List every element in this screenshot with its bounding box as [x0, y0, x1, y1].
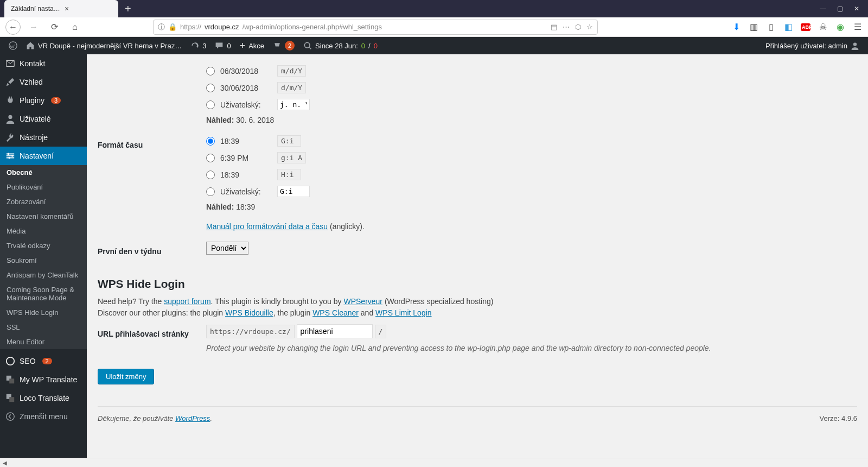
svg-point-8	[11, 155, 14, 157]
week-start-heading: První den v týdnu	[98, 236, 206, 267]
ext4-icon[interactable]: ◉	[835, 22, 845, 32]
updates[interactable]: 3	[186, 37, 210, 54]
scroll-left-icon[interactable]: ◀	[0, 458, 9, 468]
login-url-suffix: /	[375, 325, 387, 338]
stats[interactable]: Since 28 Jun: 0 / 0	[299, 37, 382, 54]
new-content[interactable]: +Akce	[235, 37, 269, 54]
sidebar-item-nastaven-[interactable]: Nastavení	[0, 147, 87, 165]
datetime-manual-link[interactable]: Manuál pro formátování data a času	[206, 222, 328, 231]
sidebar-item-kontakt[interactable]: Kontakt	[0, 54, 87, 73]
date-custom-input[interactable]	[277, 99, 310, 110]
ext1-icon[interactable]: ◧	[783, 22, 793, 32]
sidebar-item-pluginy[interactable]: Pluginy3	[0, 91, 87, 110]
time-format-option[interactable]: 6:39 PMg:i A	[206, 152, 857, 163]
submenu-item[interactable]: Antispam by CleanTalk	[0, 268, 87, 282]
back-button[interactable]: ←	[5, 20, 21, 35]
horizontal-scrollbar[interactable]: ◀	[0, 458, 868, 467]
close-icon[interactable]: ×	[65, 4, 114, 13]
home-button[interactable]: ⌂	[67, 20, 82, 35]
login-url-heading: URL přihlašovací stránky	[98, 319, 206, 358]
star-icon[interactable]: ☆	[586, 23, 593, 31]
collapse-menu[interactable]: Zmenšit menu	[0, 407, 87, 426]
sidebar-item-loco-translate[interactable]: Loco Translate	[0, 389, 87, 407]
wps-heading: WPS Hide Login	[98, 277, 857, 291]
version: Verze: 4.9.6	[820, 414, 857, 422]
reload-button[interactable]: ⟳	[47, 20, 62, 35]
login-url-desc: Protect your website by changing the log…	[206, 344, 857, 352]
sidebar-item-my-wp-translate[interactable]: My WP Translate	[0, 370, 87, 389]
sidebar-item-u-ivatel-[interactable]: Uživatelé	[0, 110, 87, 128]
submenu-item[interactable]: Zobrazování	[0, 194, 87, 209]
submenu-item[interactable]: Coming Soon Page & Maintenance Mode	[0, 282, 87, 305]
sidebar-item-n-stroje[interactable]: Nástroje	[0, 128, 87, 147]
ext3-icon[interactable]: ☠	[818, 22, 828, 32]
save-button[interactable]: Uložit změny	[98, 369, 154, 384]
sidebar-icon[interactable]: ▯	[766, 22, 776, 32]
svg-point-7	[8, 153, 10, 155]
wps-limit-login-link[interactable]: WPS Limit Login	[375, 308, 431, 317]
wp-content: 06/30/2018m/d/Y30/06/2018d/m/Y Uživatels…	[87, 54, 868, 467]
lock-icon: 🔒	[168, 23, 177, 31]
wp-logo[interactable]	[4, 37, 22, 54]
sidebar-item-seo[interactable]: SEO2	[0, 352, 87, 370]
submenu-item[interactable]: Nastavení komentářů	[0, 209, 87, 224]
info-icon[interactable]: ⓘ	[158, 22, 165, 32]
download-icon[interactable]: ⬇	[731, 22, 741, 32]
svg-rect-14	[9, 397, 14, 402]
reader-icon[interactable]: ▤	[551, 23, 557, 31]
browser-titlebar: Základní nastavení ‹ VR Doupě - ne… × + …	[0, 0, 868, 17]
howdy[interactable]: Přihlášený uživatel: admin	[761, 37, 864, 54]
wps-cleaner-link[interactable]: WPS Cleaner	[312, 308, 359, 317]
submenu-item[interactable]: Média	[0, 224, 87, 238]
maximize-icon[interactable]: ▢	[837, 5, 843, 12]
wp-sidebar: KontaktVzhledPluginy3UživateléNástrojeNa…	[0, 54, 87, 467]
new-tab-icon[interactable]: +	[125, 3, 131, 15]
forward-button[interactable]: →	[26, 20, 41, 35]
submenu-item[interactable]: Trvalé odkazy	[0, 238, 87, 253]
wordpress-link[interactable]: WordPress	[175, 414, 210, 422]
time-custom-radio[interactable]	[206, 187, 215, 196]
site-name[interactable]: VR Doupě - nejmodernější VR herna v Praz…	[22, 37, 186, 54]
abp-icon[interactable]: ABP	[801, 23, 810, 31]
sidebar-item-vzhled[interactable]: Vzhled	[0, 73, 87, 91]
login-url-input[interactable]	[297, 324, 373, 338]
svg-rect-12	[9, 378, 14, 383]
time-custom-row[interactable]: Uživatelský:	[206, 186, 857, 197]
submenu-item[interactable]: Publikování	[0, 180, 87, 194]
browser-toolbar: ← → ⟳ ⌂ ⓘ 🔒 https://vrdoupe.cz/wp-admin/…	[0, 17, 868, 37]
submenu-item[interactable]: Menu Editor	[0, 335, 87, 349]
wp-footer: Děkujeme, že používáte WordPress. Verze:…	[98, 406, 857, 430]
support-forum-link[interactable]: support forum	[164, 297, 210, 306]
submenu-item[interactable]: Soukromí	[0, 253, 87, 268]
svg-point-9	[8, 157, 10, 159]
submenu-item[interactable]: WPS Hide Login	[0, 305, 87, 320]
menu-icon[interactable]: ☰	[853, 22, 863, 32]
time-format-option[interactable]: 18:39H:i	[206, 169, 857, 180]
library-icon[interactable]: ▥	[749, 22, 758, 32]
wps-bidouille-link[interactable]: WPS Bidouille	[225, 308, 273, 317]
notifications[interactable]: 2	[269, 37, 299, 54]
minimize-icon[interactable]: —	[820, 5, 826, 12]
date-custom-row[interactable]: Uživatelský:	[206, 99, 857, 110]
browser-tab[interactable]: Základní nastavení ‹ VR Doupě - ne… ×	[4, 0, 118, 17]
time-custom-input[interactable]	[277, 186, 310, 197]
date-format-option[interactable]: 06/30/2018m/d/Y	[206, 65, 857, 77]
close-window-icon[interactable]: ✕	[854, 5, 859, 12]
svg-point-15	[7, 413, 14, 420]
svg-point-1	[304, 42, 310, 48]
svg-point-2	[853, 42, 857, 46]
submenu-item[interactable]: SSL	[0, 320, 87, 335]
date-format-option[interactable]: 30/06/2018d/m/Y	[206, 82, 857, 93]
wpserveur-link[interactable]: WPServeur	[343, 297, 382, 306]
comments[interactable]: 0	[210, 37, 235, 54]
url-host: vrdoupe.cz	[205, 23, 239, 31]
week-start-select[interactable]: Pondělí	[206, 242, 248, 255]
svg-point-3	[8, 115, 12, 119]
time-format-option[interactable]: 18:39G:i	[206, 135, 857, 147]
pocket-icon[interactable]: ⬡	[575, 23, 581, 31]
url-prefix: https://	[180, 23, 201, 31]
url-bar[interactable]: ⓘ 🔒 https://vrdoupe.cz/wp-admin/options-…	[153, 20, 598, 35]
dots-icon[interactable]: ⋯	[563, 23, 570, 31]
submenu-item[interactable]: Obecné	[0, 165, 87, 180]
date-custom-radio[interactable]	[206, 100, 215, 109]
